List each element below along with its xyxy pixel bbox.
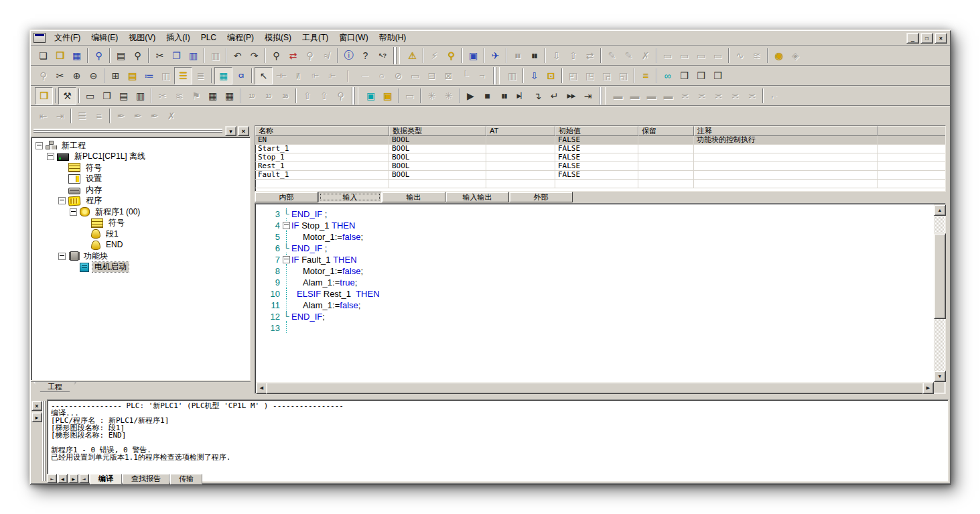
force-off-button[interactable]: ⇧ <box>316 88 332 104</box>
table-cell[interactable]: FALSE <box>555 171 638 180</box>
new-horizontal-button[interactable]: ─ <box>356 68 373 84</box>
delete-line-button[interactable]: ¬ <box>474 68 490 84</box>
variable-row-Stop_1[interactable]: Stop_1BOOLFALSE <box>255 153 945 162</box>
go-to-rung-button[interactable]: ⌐ <box>766 88 782 104</box>
show-rung-annotations-button[interactable]: ☰ <box>174 67 192 84</box>
sim-step-run-button[interactable]: ▶▏ <box>512 88 529 104</box>
workspace-drag-grip[interactable] <box>33 129 222 133</box>
scope-tab-4[interactable]: 外部 <box>509 192 573 202</box>
sim-continuous-step-button[interactable]: ▶▶ <box>563 88 579 104</box>
tree-item-fb-motor-start[interactable]: 电机启动 <box>33 262 250 273</box>
fold-gutter[interactable] <box>282 220 291 231</box>
table-cell[interactable] <box>878 145 946 153</box>
menu-program[interactable]: 编程(P) <box>222 31 259 44</box>
output-tab-scroll-button[interactable]: ▶ <box>68 474 78 483</box>
io-monitor-4-button[interactable]: ▬ <box>660 88 677 104</box>
st-code-area[interactable]: 3└END_IF ;4IF Stop_1 THEN5Motor_1:=false… <box>256 204 934 382</box>
show-symbol-bar-button[interactable]: ▤ <box>124 68 141 84</box>
table-cell[interactable]: Stop_1 <box>255 153 389 162</box>
fb-output-button[interactable]: ◳ <box>581 68 598 84</box>
menu-file[interactable]: 文件(F) <box>49 31 86 44</box>
scroll-right-button[interactable]: ▶ <box>922 382 934 394</box>
expander-icon[interactable] <box>70 208 77 216</box>
io-monitor-1-button[interactable]: ▬ <box>610 88 626 104</box>
table-cell[interactable] <box>638 171 694 180</box>
zoom-tool-button[interactable]: ⚲ <box>35 68 52 84</box>
cross-reference-report-button[interactable]: ❐ <box>98 88 115 104</box>
table-cell[interactable] <box>694 145 878 153</box>
compile-output-text[interactable]: ---------------- PLC: '新PLC1' (PLC机型 'CP… <box>47 399 949 482</box>
table-cell[interactable]: Fault_1 <box>255 171 389 180</box>
compare-with-plc-button[interactable]: ⇄ <box>581 48 598 64</box>
watch-window-button[interactable]: ▭ <box>82 88 98 104</box>
restore-window-button[interactable]: ❐ <box>920 33 933 44</box>
change-all-button[interactable]: ≉ <box>318 48 335 64</box>
output-tab-0[interactable]: 编译 <box>90 474 122 485</box>
menu-edit[interactable]: 编辑(E) <box>86 31 123 44</box>
column-header-3[interactable]: 初始值 <box>555 126 638 136</box>
simulator-init-button[interactable]: ▣ <box>379 88 396 104</box>
close-window-button[interactable]: × <box>934 33 947 44</box>
release-password-button[interactable]: ◈ <box>787 48 804 64</box>
next-bookmark-button[interactable]: ✒ <box>129 108 146 124</box>
workspace-close-button[interactable]: × <box>238 126 249 136</box>
redo-button[interactable]: ↷ <box>246 48 263 64</box>
expand-output-button[interactable]: ▸ <box>31 412 42 422</box>
local-symbol-table-button[interactable]: ⚑ <box>188 88 204 104</box>
pause-at-breakpoint-button[interactable]: ✳ <box>423 88 440 104</box>
fold-gutter[interactable] <box>282 288 291 300</box>
fb-external-button[interactable]: ◱ <box>615 68 632 84</box>
output-tab-2[interactable]: 传输 <box>170 474 202 485</box>
selection-mode-button[interactable]: ↖ <box>255 67 273 84</box>
tree-item-section1[interactable]: 段1 <box>33 229 250 240</box>
toggle-bookmark-button[interactable]: ✒ <box>113 108 129 124</box>
auto-online-button[interactable]: ✈ <box>487 48 504 64</box>
new-fb-invocation-button[interactable]: ⊠ <box>440 68 457 84</box>
menu-tools[interactable]: 工具(T) <box>297 31 334 44</box>
table-cell[interactable] <box>486 180 555 188</box>
zoom-selection-button[interactable]: ✂ <box>52 68 68 84</box>
force-cancel-all-button[interactable]: ⚲ <box>332 88 349 104</box>
fold-gutter[interactable]: └ <box>282 311 291 322</box>
minimize-window-button[interactable]: _ <box>906 33 919 44</box>
align-left-list-button[interactable]: ☰ <box>74 108 90 124</box>
outdent-button[interactable]: ⇥ <box>52 108 68 124</box>
mdi-child-icon[interactable] <box>33 33 46 43</box>
mnemonic-window-button[interactable]: ≋ <box>171 88 188 104</box>
table-cell[interactable]: BOOL <box>389 171 486 180</box>
table-cell[interactable] <box>486 171 555 180</box>
output-drag-grip[interactable] <box>42 401 46 481</box>
upload-from-plc-button[interactable]: ⇧ <box>565 48 581 64</box>
scope-tab-1[interactable]: 输入 <box>318 192 382 202</box>
output-tab-scroll-button[interactable]: ⇥ <box>79 474 89 483</box>
previous-bookmark-button[interactable]: ✒ <box>146 108 163 124</box>
run-mode-button[interactable]: ▭ <box>709 48 726 64</box>
variable-row-empty[interactable] <box>255 180 945 188</box>
menu-plc[interactable]: PLC <box>196 31 222 44</box>
tree-item-section-end[interactable]: END <box>33 240 250 251</box>
table-cell[interactable]: BOOL <box>389 145 486 153</box>
scope-tab-2[interactable]: 输出 <box>382 192 445 202</box>
format-signed-decimal-button[interactable]: 10 <box>260 88 277 104</box>
print-setup-button[interactable]: ⚲ <box>90 48 107 64</box>
table-cell[interactable]: FALSE <box>555 145 638 153</box>
help-topics-button[interactable]: ? <box>357 48 374 64</box>
table-cell[interactable]: EN <box>255 136 389 145</box>
table-cell[interactable] <box>878 180 946 188</box>
copy-button[interactable]: ❐ <box>168 48 185 64</box>
monitor-window-button[interactable]: ▦ <box>204 88 221 104</box>
monitor-window-2-button[interactable]: ▦ <box>221 88 238 104</box>
program-mode-button[interactable]: ▭ <box>659 48 676 64</box>
sim-step-out-button[interactable]: ↵ <box>546 88 563 104</box>
toggle-project-window-button[interactable]: ❒ <box>35 87 53 105</box>
expander-icon[interactable] <box>58 197 66 204</box>
fold-gutter[interactable] <box>282 300 291 311</box>
debug-mode-button[interactable]: ▭ <box>676 48 693 64</box>
fold-gutter[interactable] <box>282 277 291 288</box>
context-help-button[interactable]: ↖? <box>374 48 391 64</box>
scope-tab-3[interactable]: 输入输出 <box>445 192 509 202</box>
table-cell[interactable] <box>255 180 389 188</box>
zoom-in-button[interactable]: ⊕ <box>68 68 85 84</box>
monitor-rung-button[interactable]: ◫ <box>157 68 174 84</box>
horizontal-splitter[interactable] <box>31 394 950 399</box>
